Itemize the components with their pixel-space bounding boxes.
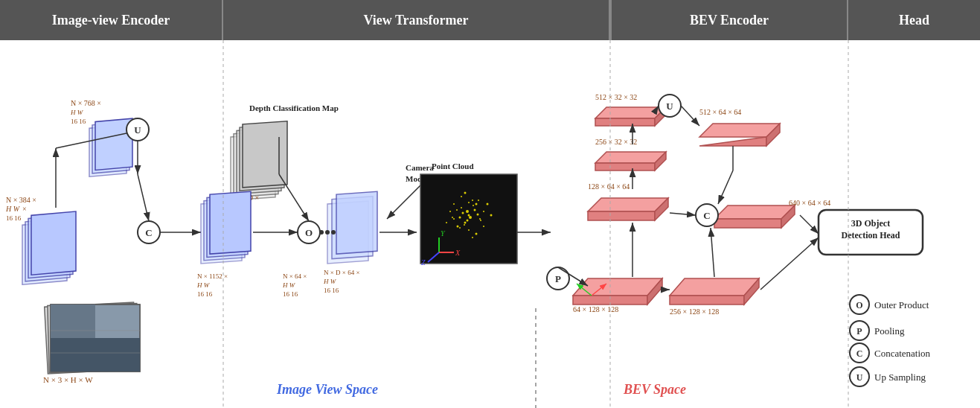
- svg-text:16   16: 16 16: [6, 214, 22, 222]
- svg-point-90: [459, 217, 461, 219]
- header-img-enc-label: Image-view Encoder: [52, 13, 170, 28]
- svg-text:O: O: [305, 227, 313, 238]
- svg-text:C: C: [145, 227, 152, 238]
- svg-marker-114: [595, 152, 666, 163]
- svg-point-69: [453, 218, 455, 220]
- bev-block-640-64: [714, 205, 795, 228]
- svg-point-87: [469, 216, 472, 219]
- svg-marker-122: [573, 278, 662, 296]
- svg-point-83: [472, 237, 473, 238]
- svg-marker-111: [595, 118, 655, 126]
- svg-point-71: [464, 222, 467, 224]
- svg-line-65: [387, 185, 420, 219]
- svg-text:N × 64 ×: N × 64 ×: [283, 272, 307, 280]
- header-view-transformer: View Transformer: [223, 0, 610, 40]
- svg-point-92: [467, 220, 469, 222]
- svg-text:N × D × 64 ×: N × D × 64 ×: [324, 269, 359, 276]
- header-bev-enc-label: BEV Encoder: [690, 13, 769, 28]
- svg-point-66: [468, 214, 470, 217]
- svg-line-64: [279, 174, 309, 221]
- svg-rect-5: [51, 338, 140, 372]
- header-bev-encoder: BEV Encoder: [610, 0, 848, 40]
- svg-point-86: [466, 210, 469, 213]
- svg-text:Point Cloud: Point Cloud: [432, 162, 474, 170]
- svg-marker-134: [714, 219, 781, 228]
- svg-point-80: [453, 203, 455, 205]
- svg-text:U: U: [666, 101, 673, 112]
- svg-text:X: X: [455, 249, 461, 257]
- svg-point-84: [446, 222, 447, 223]
- svg-text:U: U: [856, 372, 863, 383]
- svg-marker-110: [595, 107, 666, 118]
- svg-point-100: [452, 217, 453, 218]
- svg-marker-138: [670, 278, 759, 296]
- svg-point-76: [487, 203, 489, 205]
- svg-text:Concatenation: Concatenation: [874, 348, 931, 359]
- svg-line-144: [670, 213, 696, 215]
- svg-point-55: [325, 230, 330, 235]
- svg-point-70: [483, 211, 484, 212]
- bev-block-256-32: [595, 152, 666, 170]
- svg-point-85: [490, 214, 493, 217]
- svg-line-151: [711, 228, 714, 277]
- svg-text:Detection Head: Detection Head: [842, 230, 900, 240]
- svg-text:N × 384 ×: N × 384 ×: [6, 196, 36, 204]
- svg-text:128 × 64 × 64: 128 × 64 × 64: [588, 182, 630, 191]
- svg-text:H     W: H W: [282, 281, 296, 289]
- svg-point-54: [319, 230, 324, 235]
- svg-line-26: [138, 174, 149, 221]
- feature-block-top: [89, 118, 132, 176]
- svg-point-88: [462, 212, 464, 214]
- svg-point-74: [479, 218, 481, 220]
- header-view-trans-label: View Transformer: [363, 13, 468, 28]
- svg-point-56: [331, 230, 336, 235]
- header-head: Head: [848, 0, 980, 40]
- svg-point-79: [475, 233, 478, 235]
- svg-text:N × 768 ×: N × 768 ×: [71, 99, 101, 107]
- svg-text:16     16: 16 16: [71, 118, 86, 125]
- bev-block-128-64: [588, 198, 668, 220]
- svg-point-97: [468, 202, 470, 203]
- svg-point-72: [472, 200, 473, 201]
- svg-line-156: [760, 238, 819, 290]
- svg-text:N × 3 × H × W: N × 3 × H × W: [43, 375, 93, 384]
- svg-rect-43: [210, 191, 251, 254]
- svg-point-67: [461, 207, 462, 208]
- svg-text:H   W: H W: [5, 205, 21, 213]
- bev-block-64-128: [573, 278, 662, 305]
- svg-point-95: [456, 209, 458, 211]
- svg-point-96: [480, 220, 481, 221]
- svg-text:P: P: [555, 273, 561, 284]
- svg-text:16    16: 16 16: [324, 287, 339, 294]
- image-view-label: Image View Space: [276, 382, 378, 397]
- svg-point-78: [461, 196, 462, 197]
- svg-text:16    16: 16 16: [283, 290, 298, 298]
- svg-text:P: P: [856, 326, 862, 337]
- svg-text:256 × 32 × 32: 256 × 32 × 32: [595, 138, 637, 146]
- svg-marker-129: [699, 137, 766, 146]
- svg-line-148: [681, 106, 699, 126]
- svg-point-75: [449, 211, 451, 212]
- svg-text:64 × 128 × 128: 64 × 128 × 128: [573, 305, 618, 313]
- bev-block-512-64: [699, 124, 780, 146]
- svg-text:16    16: 16 16: [197, 290, 213, 298]
- svg-text:512 × 32 × 32: 512 × 32 × 32: [595, 93, 637, 101]
- svg-point-81: [483, 226, 484, 227]
- svg-point-91: [477, 214, 479, 216]
- feature-block-mid: [201, 191, 251, 264]
- svg-text:Z: Z: [421, 258, 426, 267]
- svg-point-73: [457, 226, 459, 228]
- bev-space-label: BEV Space: [623, 382, 686, 397]
- header-head-label: Head: [899, 13, 929, 28]
- svg-line-150: [718, 170, 733, 204]
- diagram-area: N × 3 × H × W N × 384 × H W × 16 16 N × …: [0, 40, 980, 408]
- svg-text:C: C: [856, 348, 863, 359]
- svg-text:3D Object: 3D Object: [851, 218, 890, 229]
- point-cloud-viz: [420, 174, 517, 264]
- svg-marker-139: [670, 296, 744, 305]
- svg-text:H      W: H W: [70, 109, 84, 116]
- svg-point-94: [464, 224, 465, 226]
- svg-text:O: O: [856, 300, 862, 310]
- svg-rect-12: [31, 211, 76, 275]
- svg-text:H     W: H W: [196, 281, 211, 289]
